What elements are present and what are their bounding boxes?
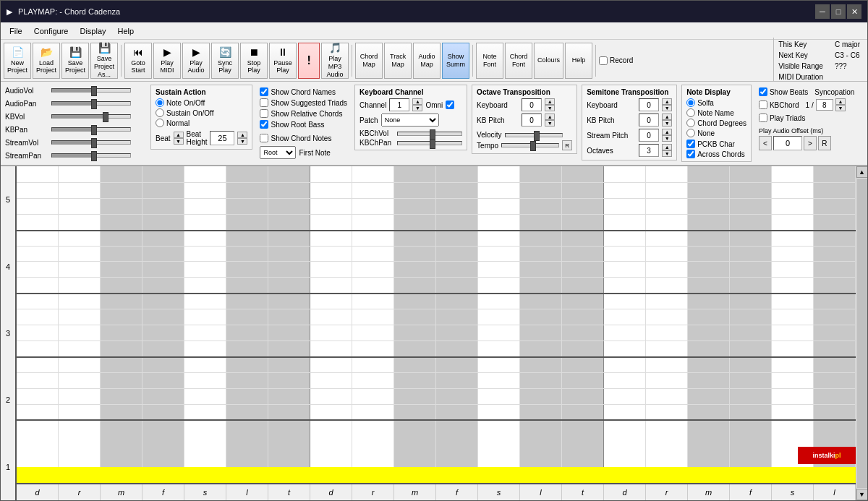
scroll-up[interactable]: ▲ bbox=[856, 166, 868, 178]
help-button[interactable]: Help bbox=[565, 43, 592, 79]
omni-checkbox[interactable] bbox=[446, 100, 454, 109]
stream-vol-slider[interactable] bbox=[51, 140, 131, 145]
octaves-down[interactable]: ▼ bbox=[662, 150, 672, 157]
kb-pan-slider[interactable] bbox=[51, 127, 131, 132]
semi-stream-down[interactable]: ▼ bbox=[662, 135, 672, 142]
sync-up[interactable]: ▲ bbox=[835, 98, 846, 105]
note-name-radio[interactable] bbox=[686, 108, 695, 117]
sustain-sustain-radio[interactable] bbox=[156, 108, 164, 117]
exclamation-button[interactable]: ! bbox=[298, 43, 320, 79]
audio-vol-slider[interactable] bbox=[51, 88, 131, 93]
new-project-button[interactable]: 📄New Project bbox=[4, 43, 31, 79]
kb-vol-slider[interactable] bbox=[51, 114, 131, 119]
show-chord-names-check[interactable] bbox=[260, 87, 268, 96]
menu-display[interactable]: Display bbox=[74, 25, 111, 37]
sync-down[interactable]: ▼ bbox=[835, 105, 846, 111]
sync-val2-input[interactable] bbox=[816, 99, 833, 111]
note-solfa-radio[interactable] bbox=[686, 98, 695, 107]
velocity-slider[interactable] bbox=[505, 133, 563, 137]
offset-reset[interactable]: R bbox=[818, 136, 831, 150]
show-chord-notes-check[interactable] bbox=[260, 134, 268, 142]
show-summ-button[interactable]: Show Summ bbox=[442, 43, 469, 79]
semi-kb-up[interactable]: ▲ bbox=[662, 98, 672, 105]
pause-play-button[interactable]: ⏸Pause Play bbox=[269, 43, 297, 79]
channel-input[interactable] bbox=[389, 98, 409, 111]
semi-pitch-up[interactable]: ▲ bbox=[662, 114, 672, 120]
octaves-up[interactable]: ▲ bbox=[662, 144, 672, 150]
load-project-button[interactable]: 📂Load Project bbox=[33, 43, 60, 79]
kbchvol-slider[interactable] bbox=[397, 132, 462, 136]
stream-pan-slider[interactable] bbox=[51, 153, 131, 158]
beat-spinner[interactable]: ▲ ▼ bbox=[174, 132, 184, 145]
height-down[interactable]: ▼ bbox=[237, 138, 247, 145]
semi-kb-down[interactable]: ▼ bbox=[662, 105, 672, 111]
channel-spinner[interactable]: ▲ ▼ bbox=[412, 98, 422, 111]
stop-play-button[interactable]: ⏹Stop Play bbox=[240, 43, 268, 79]
show-beats-check[interactable] bbox=[759, 87, 767, 96]
scrollbar[interactable]: ▲ ▼ bbox=[856, 166, 867, 500]
menu-file[interactable]: File bbox=[4, 25, 28, 37]
channel-down[interactable]: ▼ bbox=[412, 105, 422, 111]
oct-kb-down[interactable]: ▼ bbox=[545, 105, 555, 111]
height-spinner[interactable]: ▲ ▼ bbox=[237, 132, 247, 145]
oct-kb-input[interactable] bbox=[522, 98, 542, 111]
note-chord-degrees-radio[interactable] bbox=[686, 119, 695, 127]
tempo-reset[interactable]: R bbox=[562, 140, 572, 150]
audio-pan-slider[interactable] bbox=[51, 101, 131, 106]
scroll-down[interactable]: ▼ bbox=[856, 489, 868, 500]
kbchord-check[interactable] bbox=[759, 100, 767, 109]
scroll-thumb[interactable] bbox=[857, 179, 867, 488]
audio-map-button[interactable]: Audio Map bbox=[413, 43, 441, 79]
semi-stream-up[interactable]: ▲ bbox=[662, 129, 672, 135]
oct-kb-up[interactable]: ▲ bbox=[545, 98, 555, 105]
semi-kb-pitch-input[interactable] bbox=[639, 114, 659, 127]
track-map-button[interactable]: Track Map bbox=[384, 43, 412, 79]
semi-pitch-down[interactable]: ▼ bbox=[662, 120, 672, 127]
sync-play-button[interactable]: 🔄Sync Play bbox=[211, 43, 239, 79]
kbchpan-slider[interactable] bbox=[397, 141, 462, 145]
goto-start-button[interactable]: ⏮Goto Start bbox=[124, 43, 152, 79]
channel-up[interactable]: ▲ bbox=[412, 98, 422, 105]
minimize-button[interactable]: ─ bbox=[815, 4, 830, 19]
show-suggested-check[interactable] bbox=[260, 98, 268, 107]
height-up[interactable]: ▲ bbox=[237, 132, 247, 138]
close-button[interactable]: ✕ bbox=[847, 4, 861, 19]
beat-down[interactable]: ▼ bbox=[174, 138, 184, 145]
menu-help[interactable]: Help bbox=[112, 25, 140, 37]
chord-map-button[interactable]: Chord Map bbox=[355, 43, 383, 79]
semi-stream-input[interactable] bbox=[639, 129, 659, 142]
maximize-button[interactable]: □ bbox=[831, 4, 846, 19]
beat-up[interactable]: ▲ bbox=[174, 132, 184, 138]
oct-pitch-up[interactable]: ▲ bbox=[545, 114, 555, 120]
play-midi-button[interactable]: ▶Play MIDI bbox=[153, 43, 181, 79]
save-project-as-button[interactable]: 💾Save Project As... bbox=[90, 43, 118, 79]
across-chords-check[interactable] bbox=[686, 150, 695, 158]
pckb-char-check[interactable] bbox=[686, 140, 695, 148]
sustain-note-radio[interactable] bbox=[156, 98, 164, 107]
offset-dec[interactable]: < bbox=[759, 136, 772, 150]
note-none-radio[interactable] bbox=[686, 129, 695, 137]
note-font-button[interactable]: Note Font bbox=[476, 43, 503, 79]
record-checkbox[interactable] bbox=[599, 56, 608, 65]
show-relative-check[interactable] bbox=[260, 109, 268, 118]
semi-kb-input[interactable] bbox=[639, 98, 659, 111]
note-label-14: d bbox=[604, 484, 646, 500]
sustain-normal-radio[interactable] bbox=[156, 119, 164, 127]
save-project-button[interactable]: 💾Save Project bbox=[61, 43, 89, 79]
play-mp3-button[interactable]: 🎵Play MP3 Audio bbox=[321, 43, 349, 79]
menu-configure[interactable]: Configure bbox=[28, 25, 75, 37]
oct-kb-pitch-input[interactable] bbox=[522, 114, 542, 127]
play-audio-button[interactable]: ▶Play Audio bbox=[182, 43, 210, 79]
offset-inc[interactable]: > bbox=[804, 136, 817, 150]
root-select[interactable]: Root bbox=[260, 146, 296, 159]
colours-button[interactable]: Colours bbox=[534, 43, 563, 79]
oct-pitch-down[interactable]: ▼ bbox=[545, 120, 555, 127]
grid-canvas[interactable]: instalki pl bbox=[17, 166, 856, 483]
show-root-bass-check[interactable] bbox=[260, 120, 268, 129]
play-triads-check[interactable] bbox=[759, 114, 767, 122]
tempo-slider[interactable] bbox=[501, 143, 559, 147]
patch-select[interactable]: None bbox=[381, 114, 439, 127]
chord-font-button[interactable]: Chord Font bbox=[505, 43, 532, 79]
note-label-2: m bbox=[101, 484, 142, 500]
octaves-input[interactable] bbox=[639, 144, 659, 157]
